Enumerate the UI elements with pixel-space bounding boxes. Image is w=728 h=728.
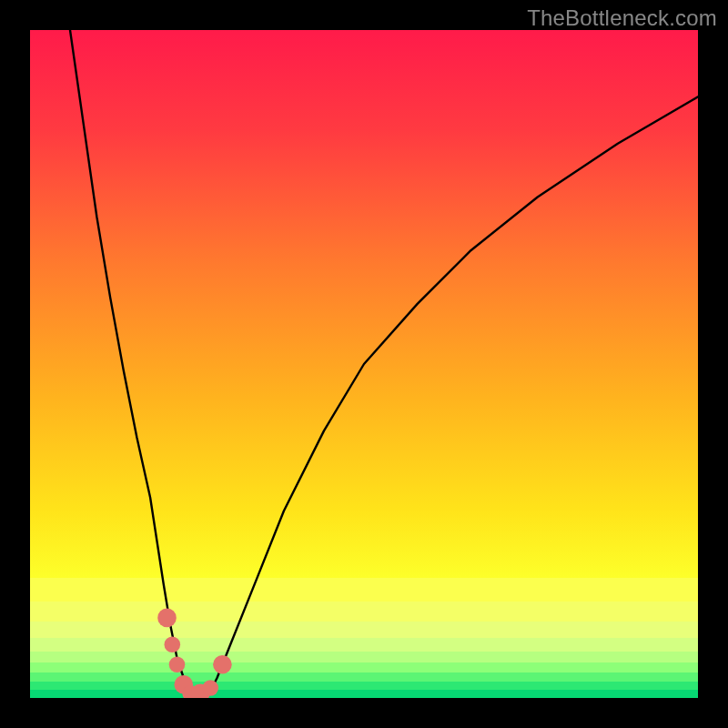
watermark-text: TheBottleneck.com bbox=[527, 5, 717, 31]
bottleneck-curve bbox=[70, 30, 698, 694]
chart-frame: TheBottleneck.com bbox=[0, 0, 728, 728]
marker-1 bbox=[157, 609, 177, 628]
marker-8 bbox=[213, 655, 232, 674]
marker-7 bbox=[202, 680, 218, 696]
curve-layer bbox=[30, 30, 698, 698]
marker-3 bbox=[169, 657, 186, 673]
plot-area bbox=[30, 30, 698, 698]
marker-2 bbox=[165, 637, 181, 653]
